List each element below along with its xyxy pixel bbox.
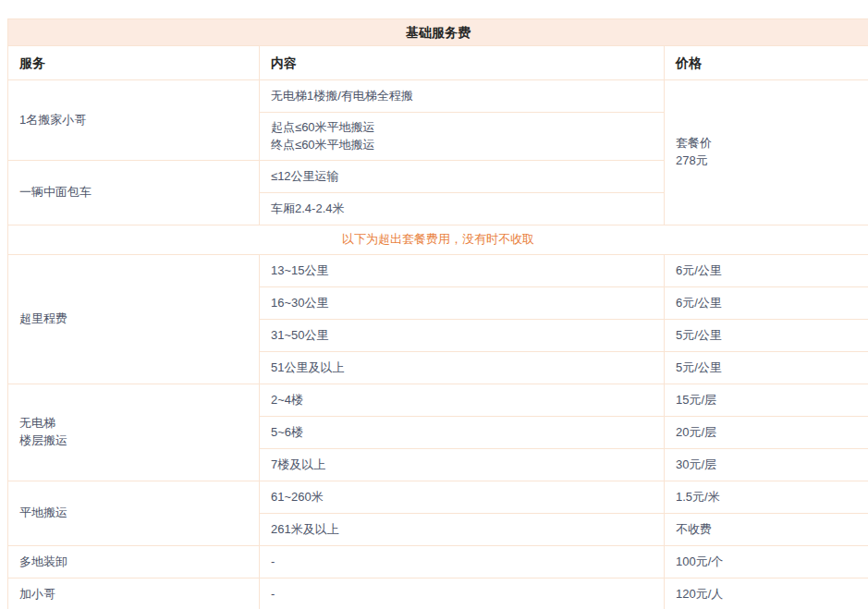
- content-cell: 16~30公里: [260, 287, 665, 320]
- price-cell: 20元/层: [665, 417, 868, 449]
- price-cell: 6元/公里: [665, 287, 868, 320]
- price-cell: 30元/层: [665, 449, 868, 481]
- content-cell: 261米及以上: [260, 514, 665, 546]
- price-cell: 15元/层: [665, 384, 868, 417]
- content-cell: -: [260, 546, 665, 579]
- content-cell: 2~4楼: [260, 384, 665, 417]
- price-cell: 1.5元/米: [665, 481, 868, 514]
- content-cell: 7楼及以上: [260, 449, 665, 481]
- content-cell: 起点≤60米平地搬运 终点≤60米平地搬运: [260, 113, 665, 161]
- service-cell-stairs: 无电梯 楼层搬运: [8, 384, 260, 481]
- service-cell-mover: 1名搬家小哥: [8, 80, 260, 161]
- title-row: 基础服务费: [8, 19, 868, 46]
- table-row: 多地装卸 - 100元/个: [8, 546, 868, 579]
- table-row: 平地搬运 61~260米 1.5元/米: [8, 481, 868, 514]
- column-header-service: 服务: [8, 46, 260, 80]
- content-cell: 5~6楼: [260, 417, 665, 449]
- price-cell: 5元/公里: [665, 320, 868, 352]
- content-cell: 无电梯1楼搬/有电梯全程搬: [260, 80, 665, 113]
- page: 基础服务费 服务 内容 价格 1名搬家小哥 无电梯1楼搬/有电梯全程搬 套餐价 …: [0, 0, 868, 609]
- column-header-price: 价格: [665, 46, 868, 80]
- table-title: 基础服务费: [8, 19, 868, 46]
- service-cell-multistop: 多地装卸: [8, 546, 260, 579]
- banner-row: 以下为超出套餐费用，没有时不收取: [8, 225, 868, 255]
- price-cell: 5元/公里: [665, 352, 868, 384]
- content-cell: 31~50公里: [260, 320, 665, 352]
- price-cell: 6元/公里: [665, 255, 868, 287]
- header-row: 服务 内容 价格: [8, 46, 868, 80]
- content-cell: ≤12公里运输: [260, 161, 665, 193]
- price-cell: 不收费: [665, 514, 868, 546]
- content-cell: 车厢2.4-2.4米: [260, 193, 665, 225]
- table-row: 加小哥 - 120元/人: [8, 579, 868, 609]
- extra-fees-banner: 以下为超出套餐费用，没有时不收取: [8, 225, 868, 255]
- service-cell-flat: 平地搬运: [8, 481, 260, 546]
- content-cell: -: [260, 579, 665, 609]
- content-cell: 51公里及以上: [260, 352, 665, 384]
- table-row: 1名搬家小哥 无电梯1楼搬/有电梯全程搬 套餐价 278元: [8, 80, 868, 113]
- price-cell: 120元/人: [665, 579, 868, 609]
- content-cell: 13~15公里: [260, 255, 665, 287]
- service-cell-mileage: 超里程费: [8, 255, 260, 384]
- package-price-cell: 套餐价 278元: [665, 80, 868, 225]
- column-header-content: 内容: [260, 46, 665, 80]
- service-cell-addmover: 加小哥: [8, 579, 260, 609]
- service-cell-van: 一辆中面包车: [8, 161, 260, 225]
- table-row: 超里程费 13~15公里 6元/公里: [8, 255, 868, 287]
- price-cell: 100元/个: [665, 546, 868, 579]
- table-row: 无电梯 楼层搬运 2~4楼 15元/层: [8, 384, 868, 417]
- content-cell: 61~260米: [260, 481, 665, 514]
- pricing-table: 基础服务费 服务 内容 价格 1名搬家小哥 无电梯1楼搬/有电梯全程搬 套餐价 …: [7, 18, 868, 609]
